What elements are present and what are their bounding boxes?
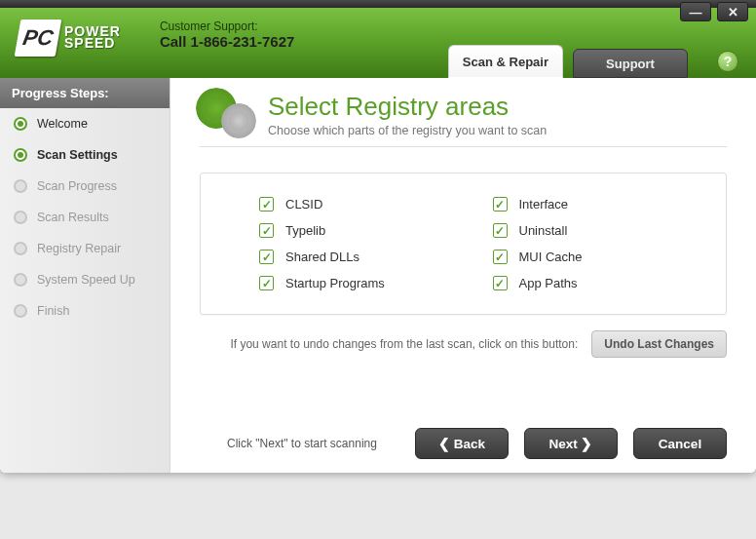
radio-icon xyxy=(14,273,27,287)
support-info: Customer Support: Call 1-866-231-7627 xyxy=(160,19,294,50)
header-tabs: Scan & Repair Support xyxy=(448,45,688,78)
step-finish[interactable]: Finish xyxy=(0,295,170,327)
checkbox-icon: ✓ xyxy=(493,223,508,238)
check-label: App Paths xyxy=(519,276,578,290)
bottom-row: Click "Next" to start scanning ❮ Back Ne… xyxy=(200,428,727,459)
body: Progress Steps: WelcomeScan SettingsScan… xyxy=(0,78,756,473)
step-label: Registry Repair xyxy=(37,242,121,255)
radio-icon xyxy=(14,148,27,162)
radio-icon xyxy=(14,179,27,193)
gears-icon xyxy=(200,92,256,138)
checkbox-icon: ✓ xyxy=(259,223,274,238)
title-row: Select Registry areas Choose which parts… xyxy=(200,92,727,147)
checks-grid: ✓CLSID✓Interface✓Typelib✓Uninstall✓Share… xyxy=(259,197,667,290)
step-label: Scan Results xyxy=(37,211,109,224)
radio-icon xyxy=(14,211,27,224)
step-scan-results[interactable]: Scan Results xyxy=(0,202,170,233)
main-content: Select Registry areas Choose which parts… xyxy=(170,78,756,473)
support-label: Customer Support: xyxy=(160,19,294,33)
help-icon[interactable]: ? xyxy=(717,51,738,72)
titlebar xyxy=(0,0,756,8)
cancel-button[interactable]: Cancel xyxy=(633,428,727,459)
registry-panel: ✓CLSID✓Interface✓Typelib✓Uninstall✓Share… xyxy=(200,173,727,315)
check-clsid[interactable]: ✓CLSID xyxy=(259,197,435,212)
logo-text: POWER SPEED xyxy=(64,26,121,50)
step-scan-progress[interactable]: Scan Progress xyxy=(0,171,170,202)
undo-hint: If you want to undo changes from the las… xyxy=(230,337,578,351)
step-label: Welcome xyxy=(37,117,88,131)
tab-scan-repair[interactable]: Scan & Repair xyxy=(448,45,563,78)
undo-button[interactable]: Undo Last Changes xyxy=(591,330,727,358)
close-button[interactable]: ✕ xyxy=(717,2,748,21)
next-hint: Click "Next" to start scanning xyxy=(200,437,377,450)
window-controls: — ✕ xyxy=(680,2,748,21)
checkbox-icon: ✓ xyxy=(259,276,274,290)
check-app-paths[interactable]: ✓App Paths xyxy=(493,276,668,290)
check-label: Typelib xyxy=(285,223,325,238)
check-label: Shared DLLs xyxy=(285,250,359,264)
undo-row: If you want to undo changes from the las… xyxy=(200,330,727,358)
step-label: Scan Progress xyxy=(37,179,117,193)
checkbox-icon: ✓ xyxy=(493,197,508,212)
check-uninstall[interactable]: ✓Uninstall xyxy=(493,223,668,238)
checkbox-icon: ✓ xyxy=(493,250,508,264)
step-scan-settings[interactable]: Scan Settings xyxy=(0,139,170,171)
step-system-speed-up[interactable]: System Speed Up xyxy=(0,264,170,295)
support-phone: Call 1-866-231-7627 xyxy=(160,33,294,50)
logo-line2: SPEED xyxy=(64,38,121,50)
checkbox-icon: ✓ xyxy=(493,276,508,290)
radio-icon xyxy=(14,304,27,318)
page-title: Select Registry areas xyxy=(268,92,547,122)
logo-badge: PC xyxy=(15,19,62,57)
checkbox-icon: ✓ xyxy=(259,197,274,212)
step-welcome[interactable]: Welcome xyxy=(0,108,170,139)
check-interface[interactable]: ✓Interface xyxy=(493,197,668,212)
app-logo: PC POWER SPEED xyxy=(18,19,121,57)
checkbox-icon: ✓ xyxy=(259,250,274,264)
titles: Select Registry areas Choose which parts… xyxy=(268,92,547,137)
radio-icon xyxy=(14,242,27,255)
check-shared-dlls[interactable]: ✓Shared DLLs xyxy=(259,250,435,264)
check-label: MUI Cache xyxy=(519,250,583,264)
sidebar-header: Progress Steps: xyxy=(0,78,170,108)
step-label: System Speed Up xyxy=(37,273,135,287)
check-startup-programs[interactable]: ✓Startup Programs xyxy=(259,276,435,290)
check-label: Startup Programs xyxy=(285,276,385,290)
check-typelib[interactable]: ✓Typelib xyxy=(259,223,435,238)
tab-support[interactable]: Support xyxy=(573,49,688,78)
minimize-button[interactable]: — xyxy=(680,2,711,21)
next-button[interactable]: Next ❯ xyxy=(524,428,618,459)
step-label: Finish xyxy=(37,304,69,318)
back-button[interactable]: ❮ Back xyxy=(415,428,509,459)
steps-list: WelcomeScan SettingsScan ProgressScan Re… xyxy=(0,108,170,327)
check-label: Interface xyxy=(519,197,569,212)
step-registry-repair[interactable]: Registry Repair xyxy=(0,233,170,264)
app-window: — ✕ PC POWER SPEED Customer Support: Cal… xyxy=(0,0,756,473)
radio-icon xyxy=(14,117,27,131)
check-mui-cache[interactable]: ✓MUI Cache xyxy=(493,250,668,264)
check-label: CLSID xyxy=(285,197,322,212)
check-label: Uninstall xyxy=(519,223,568,238)
page-subtitle: Choose which parts of the registry you w… xyxy=(268,124,547,137)
header: PC POWER SPEED Customer Support: Call 1-… xyxy=(0,8,756,78)
step-label: Scan Settings xyxy=(37,148,118,162)
sidebar: Progress Steps: WelcomeScan SettingsScan… xyxy=(0,78,170,473)
